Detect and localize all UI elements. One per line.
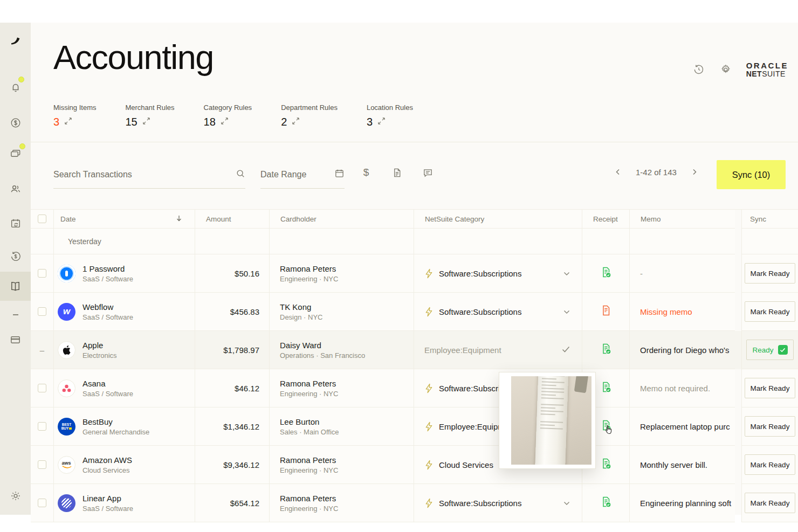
row-checkbox[interactable] <box>38 422 46 431</box>
comment-filter-icon[interactable] <box>422 167 433 178</box>
memo-cell[interactable]: Memo not required. <box>630 369 735 407</box>
stat-department-rules: Department Rules2 <box>281 103 338 128</box>
category-chevron-down-icon[interactable] <box>563 498 570 508</box>
expand-icon[interactable] <box>142 117 150 127</box>
ready-checkbox-icon[interactable] <box>778 345 788 355</box>
dollar-billing-icon[interactable] <box>0 112 31 134</box>
date-range-filter[interactable]: Date Range <box>260 161 345 189</box>
ready-button[interactable]: Ready <box>746 340 794 360</box>
receipt-attached-icon[interactable] <box>600 342 613 357</box>
gear-settings-icon[interactable] <box>0 485 31 507</box>
refund-reimbursements-icon[interactable] <box>0 246 31 267</box>
category-chevron-down-icon[interactable] <box>563 268 570 278</box>
sync-cell: Mark Ready <box>741 484 798 522</box>
receipt-attached-icon[interactable] <box>600 495 613 510</box>
transaction-row: AsanaSaaS / Software$46.12Ramona PetersE… <box>31 369 798 407</box>
netsuite-category-cell[interactable]: Employee:Equipment <box>414 331 582 369</box>
group-label: Yesterday <box>54 229 195 254</box>
ramp-logo-icon[interactable] <box>0 30 31 52</box>
netsuite-category-cell[interactable]: Software:Subscriptions <box>414 293 582 331</box>
receipt-attached-icon[interactable] <box>600 457 613 472</box>
sort-descending-icon[interactable] <box>175 215 183 224</box>
column-header-category[interactable]: NetSuite Category <box>414 209 582 229</box>
merchant-cell[interactable]: 1 PasswordSaaS / Software <box>54 254 195 293</box>
merchant-cell[interactable]: AsanaSaaS / Software <box>54 369 195 407</box>
category-chevron-down-icon[interactable] <box>563 307 570 316</box>
merchant-cell[interactable]: Linear AppSaaS / Software <box>54 484 195 522</box>
column-header-memo[interactable]: Memo <box>630 209 735 229</box>
merchant-cell[interactable]: wWebflowSaaS / Software <box>54 293 195 331</box>
calendar-sync-icon[interactable] <box>0 212 31 234</box>
stat-merchant-rules: Merchant Rules15 <box>125 103 174 128</box>
expand-icon[interactable] <box>292 117 300 127</box>
netsuite-category-cell[interactable]: Software:Subscriptions <box>414 484 582 522</box>
receipt-preview-popup[interactable] <box>499 372 596 469</box>
receipt-missing-icon[interactable] <box>600 304 613 319</box>
cardholder-name: Lee Burton <box>280 417 414 426</box>
amount-filter-icon[interactable]: $ <box>361 167 372 178</box>
receipt-cell[interactable] <box>582 484 630 522</box>
expand-icon[interactable] <box>64 117 72 127</box>
memo-cell[interactable]: - <box>630 254 735 293</box>
stat-value: 18 <box>204 116 216 128</box>
memo-cell[interactable]: Missing memo <box>630 293 735 331</box>
receipt-cell[interactable] <box>582 293 630 331</box>
amount-cell: $50.16 <box>195 254 270 293</box>
cards-badge <box>19 143 25 149</box>
receipt-attached-icon[interactable] <box>600 266 613 281</box>
column-header-receipt[interactable]: Receipt <box>582 209 630 229</box>
next-page-icon[interactable] <box>690 167 699 177</box>
amount-cell: $46.12 <box>195 369 270 407</box>
book-accounting-icon[interactable] <box>0 275 31 297</box>
history-icon[interactable] <box>692 63 705 76</box>
netsuite-category-cell[interactable]: Software:Subscriptions <box>414 254 582 293</box>
mark-ready-button[interactable]: Mark Ready <box>745 378 796 398</box>
merchant-name: Asana <box>82 379 133 388</box>
stat-location-rules: Location Rules3 <box>367 103 413 128</box>
column-header-amount[interactable]: Amount <box>195 209 270 229</box>
sync-button[interactable]: Sync (10) <box>717 160 786 189</box>
row-checkbox[interactable] <box>38 460 46 469</box>
receipt-attached-icon[interactable] <box>600 381 613 396</box>
column-header-date[interactable]: Date <box>54 209 195 229</box>
merchant-cell[interactable]: BESTBUYBestBuyGeneral Merchandise <box>54 407 195 446</box>
merchant-category: SaaS / Software <box>82 505 133 513</box>
receipt-cell[interactable] <box>582 331 630 369</box>
mark-ready-button[interactable]: Mark Ready <box>745 301 796 322</box>
expand-icon[interactable] <box>221 117 229 127</box>
row-checkbox[interactable] <box>38 307 46 316</box>
memo-cell[interactable]: Replacement laptop purc <box>630 407 735 446</box>
mark-ready-button[interactable]: Mark Ready <box>745 416 796 437</box>
row-indeterminate-dash[interactable]: – <box>40 346 44 355</box>
memo-cell[interactable]: Engineering planning soft <box>630 484 735 522</box>
merchant-logo-asana <box>58 379 75 397</box>
mark-ready-button[interactable]: Mark Ready <box>745 263 796 284</box>
column-header-sync[interactable]: Sync <box>741 209 798 229</box>
bell-notifications-icon[interactable] <box>0 77 31 98</box>
mark-ready-button[interactable]: Mark Ready <box>745 454 796 475</box>
memo-cell[interactable]: Ordering for Diego who's <box>630 331 735 369</box>
memo-cell[interactable]: Monthly server bill. <box>630 446 735 484</box>
credit-card-icon[interactable] <box>0 329 31 350</box>
cardholder-name: TK Kong <box>280 302 414 312</box>
expand-icon[interactable] <box>377 117 386 127</box>
merchant-cell[interactable]: AppleElectronics <box>54 331 195 369</box>
column-header-cardholder[interactable]: Cardholder <box>270 209 414 229</box>
row-checkbox[interactable] <box>38 499 46 507</box>
mark-ready-button[interactable]: Mark Ready <box>745 493 796 513</box>
dash-collapsed-icon[interactable] <box>0 304 31 326</box>
table-body: 1 PasswordSaaS / Software$50.16Ramona Pe… <box>31 254 798 522</box>
search-input[interactable]: Search Transactions <box>53 161 245 189</box>
row-checkbox[interactable] <box>38 384 46 392</box>
merchant-cell[interactable]: awsAmazon AWSCloud Services <box>54 446 195 484</box>
select-all-checkbox[interactable] <box>31 209 54 229</box>
row-checkbox[interactable] <box>38 269 46 278</box>
receipt-cell[interactable] <box>582 254 630 293</box>
people-team-icon[interactable] <box>0 178 31 199</box>
receipt-filter-icon[interactable] <box>391 167 402 178</box>
prev-page-icon[interactable] <box>613 167 623 177</box>
merchant-category: Electronics <box>82 351 117 360</box>
cards-stack-icon[interactable] <box>0 142 31 164</box>
cardholder-cell: Ramona PetersEngineering · NYC <box>270 446 414 484</box>
integration-settings-gear-icon[interactable] <box>719 63 732 76</box>
